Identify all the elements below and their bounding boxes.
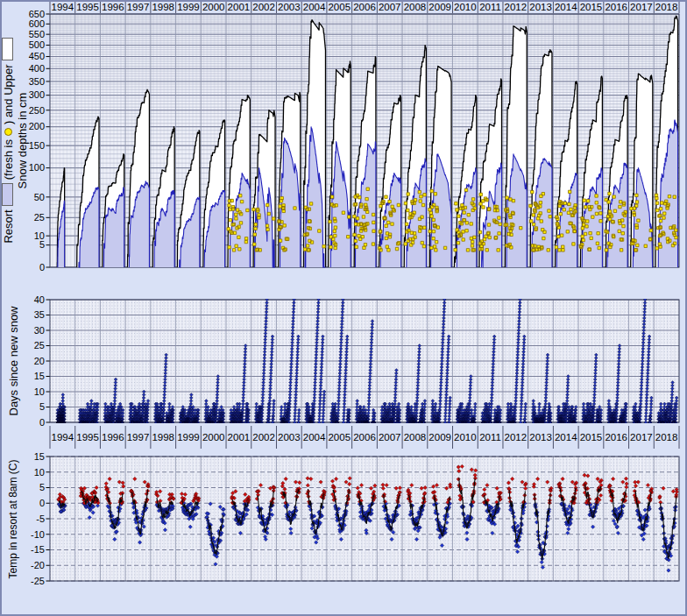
svg-text:-5: -5: [36, 513, 45, 524]
svg-text:2010: 2010: [454, 432, 477, 443]
svg-text:25: 25: [34, 212, 45, 223]
svg-text:100: 100: [29, 162, 45, 173]
svg-text:250: 250: [29, 105, 45, 116]
svg-text:2011: 2011: [479, 432, 501, 443]
svg-text:2002: 2002: [252, 2, 275, 12]
svg-text:2002: 2002: [252, 432, 275, 443]
svg-text:5: 5: [39, 239, 45, 250]
svg-text:2004: 2004: [303, 432, 326, 443]
svg-text:2000: 2000: [202, 432, 225, 443]
svg-text:2015: 2015: [580, 2, 603, 12]
svg-text:2013: 2013: [529, 432, 552, 443]
svg-text:2011: 2011: [479, 2, 501, 12]
svg-text:300: 300: [29, 89, 45, 100]
svg-text:5: 5: [39, 482, 45, 492]
svg-text:2003: 2003: [278, 2, 301, 12]
svg-text:200: 200: [29, 121, 45, 131]
svg-text:2008: 2008: [404, 432, 427, 443]
svg-text:2005: 2005: [328, 432, 351, 443]
svg-text:2008: 2008: [404, 2, 427, 12]
svg-text:2013: 2013: [529, 2, 552, 12]
svg-text:10: 10: [34, 467, 45, 478]
svg-text:2018: 2018: [655, 432, 678, 443]
svg-text:2003: 2003: [278, 432, 301, 443]
svg-text:2016: 2016: [605, 432, 627, 443]
svg-text:2004: 2004: [303, 2, 326, 12]
svg-text:15: 15: [34, 371, 45, 381]
svg-text:2009: 2009: [428, 432, 451, 443]
svg-text:1996: 1996: [102, 2, 124, 12]
svg-text:350: 350: [29, 76, 45, 87]
svg-text:30: 30: [34, 325, 45, 336]
svg-text:2016: 2016: [605, 2, 627, 12]
svg-text:1995: 1995: [76, 432, 99, 443]
top-year-axis: 1994199519961997199819992000200120022003…: [50, 2, 679, 13]
svg-text:2006: 2006: [353, 432, 376, 443]
svg-text:1997: 1997: [127, 432, 150, 443]
svg-text:1994: 1994: [52, 2, 74, 12]
svg-text:1997: 1997: [127, 2, 150, 12]
svg-text:2000: 2000: [202, 2, 225, 12]
svg-text:1999: 1999: [177, 2, 200, 12]
svg-text:-10: -10: [31, 529, 45, 540]
svg-text:1999: 1999: [177, 432, 200, 443]
svg-text:0: 0: [39, 417, 45, 428]
svg-text:1995: 1995: [76, 2, 99, 12]
svg-text:2006: 2006: [353, 2, 376, 12]
svg-text:400: 400: [29, 63, 45, 74]
svg-text:35: 35: [34, 309, 45, 320]
svg-text:2015: 2015: [580, 432, 603, 443]
svg-text:15: 15: [34, 451, 45, 462]
svg-text:10: 10: [34, 386, 45, 397]
svg-text:25: 25: [34, 340, 45, 350]
svg-text:150: 150: [29, 140, 45, 151]
svg-text:2017: 2017: [630, 432, 653, 443]
svg-text:2012: 2012: [505, 2, 528, 12]
snow-history-chart: 0510255010015020025030035040045050055060…: [0, 0, 687, 616]
svg-text:500: 500: [29, 39, 45, 50]
svg-text:2007: 2007: [379, 2, 401, 12]
svg-text:-15: -15: [31, 544, 45, 555]
svg-text:0: 0: [39, 498, 45, 508]
svg-text:2014: 2014: [555, 2, 577, 12]
svg-text:1998: 1998: [152, 432, 174, 443]
svg-text:20: 20: [34, 356, 45, 366]
svg-text:1998: 1998: [152, 2, 174, 12]
svg-text:2007: 2007: [379, 432, 401, 443]
svg-text:2010: 2010: [454, 2, 477, 12]
svg-text:450: 450: [29, 51, 45, 61]
svg-text:50: 50: [34, 192, 45, 202]
svg-text:2005: 2005: [328, 2, 351, 12]
svg-text:1994: 1994: [52, 432, 74, 443]
chart-canvas: 0510255010015020025030035040045050055060…: [0, 0, 687, 616]
svg-text:40: 40: [34, 294, 45, 305]
svg-text:-20: -20: [31, 560, 45, 570]
svg-text:2012: 2012: [505, 432, 528, 443]
svg-text:1996: 1996: [102, 432, 124, 443]
svg-text:650: 650: [29, 9, 45, 19]
svg-text:2001: 2001: [228, 432, 251, 443]
svg-text:550: 550: [29, 29, 45, 39]
svg-text:2009: 2009: [428, 2, 451, 12]
svg-text:0: 0: [39, 262, 45, 273]
svg-text:-25: -25: [31, 576, 45, 586]
svg-text:2018: 2018: [655, 2, 678, 12]
svg-text:10: 10: [34, 230, 45, 241]
svg-text:5: 5: [39, 401, 45, 412]
svg-text:2014: 2014: [555, 432, 577, 443]
svg-text:600: 600: [29, 18, 45, 29]
svg-text:2017: 2017: [630, 2, 653, 12]
svg-text:2001: 2001: [228, 2, 251, 12]
